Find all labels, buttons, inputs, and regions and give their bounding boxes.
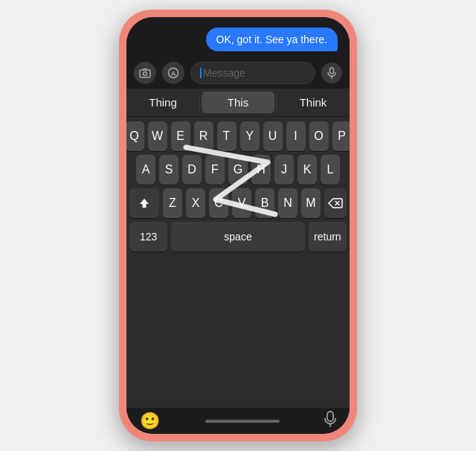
key-j[interactable]: J [274, 155, 294, 185]
key-t[interactable]: T [217, 121, 237, 151]
key-m[interactable]: M [301, 188, 321, 218]
mic-icon-input[interactable] [321, 63, 342, 83]
suggestion-thing[interactable]: Thing [126, 89, 199, 116]
key-x[interactable]: X [186, 188, 205, 218]
mic-bottom-icon[interactable] [324, 411, 336, 431]
phone-screen: OK, got it. See ya there. A Message [126, 17, 350, 434]
key-d[interactable]: D [182, 155, 202, 185]
key-l[interactable]: L [321, 155, 340, 185]
bottom-icons-bar: 🙂 [126, 408, 350, 434]
phone-frame: OK, got it. See ya there. A Message [119, 10, 357, 441]
numbers-key[interactable]: 123 [129, 222, 167, 252]
message-bubble: OK, got it. See ya there. [206, 28, 338, 51]
key-u[interactable]: U [263, 121, 283, 151]
suggestions-bar: Thing This Think [126, 89, 350, 117]
home-indicator [205, 420, 280, 423]
key-g[interactable]: G [228, 155, 248, 185]
key-v[interactable]: V [232, 188, 251, 218]
key-c[interactable]: C [209, 188, 228, 218]
key-p[interactable]: P [332, 121, 350, 151]
key-i[interactable]: I [286, 121, 306, 151]
svg-rect-8 [327, 412, 333, 421]
key-a[interactable]: A [136, 155, 155, 185]
shift-key[interactable] [129, 188, 159, 218]
key-b[interactable]: B [255, 188, 274, 218]
cursor [200, 68, 202, 78]
key-s[interactable]: S [159, 155, 178, 185]
emoji-icon[interactable]: 🙂 [140, 412, 160, 431]
key-f[interactable]: F [205, 155, 225, 185]
suggestion-this[interactable]: This [202, 92, 274, 113]
key-z[interactable]: Z [163, 188, 182, 218]
key-w[interactable]: W [148, 121, 167, 151]
key-h[interactable]: H [251, 155, 271, 185]
key-row-2: A S D F G H J K L [129, 155, 347, 185]
return-key[interactable]: return [309, 222, 347, 252]
input-placeholder: Message [203, 67, 245, 79]
delete-key[interactable] [324, 188, 347, 218]
svg-rect-0 [140, 70, 150, 77]
message-area: OK, got it. See ya there. [126, 17, 350, 57]
divider-left [199, 93, 200, 112]
svg-text:A: A [171, 70, 176, 77]
key-y[interactable]: Y [240, 121, 260, 151]
key-row-1: Q W E R T Y U I O P [129, 121, 347, 151]
key-row-3: Z X C V B N M [129, 188, 347, 218]
input-bar: A Message [126, 57, 350, 89]
suggestion-think[interactable]: Think [277, 89, 350, 116]
key-row-4: 123 space return [129, 222, 347, 252]
svg-rect-4 [330, 68, 334, 74]
key-q[interactable]: Q [126, 121, 144, 151]
keyboard: Thing This Think Q W E R T Y U I O [126, 89, 350, 408]
camera-icon[interactable] [134, 62, 156, 84]
message-input[interactable]: Message [190, 62, 315, 84]
key-k[interactable]: K [298, 155, 317, 185]
space-key[interactable]: space [171, 222, 304, 252]
key-n[interactable]: N [278, 188, 298, 218]
svg-point-1 [144, 72, 147, 76]
key-r[interactable]: R [194, 121, 213, 151]
key-rows: Q W E R T Y U I O P A S D F G [126, 117, 350, 408]
key-o[interactable]: O [309, 121, 329, 151]
appstore-icon[interactable]: A [162, 62, 184, 84]
key-e[interactable]: E [171, 121, 190, 151]
